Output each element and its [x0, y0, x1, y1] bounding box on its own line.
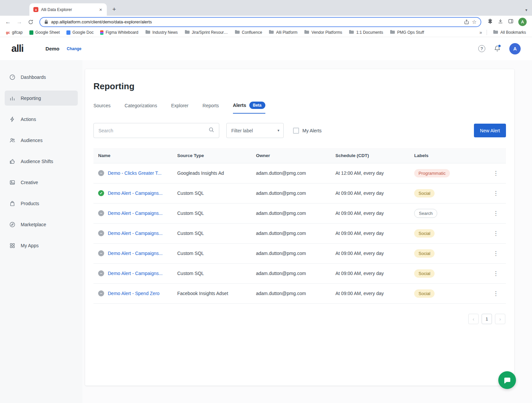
- new-alert-button[interactable]: New Alert: [474, 124, 506, 137]
- row-menu-icon[interactable]: ⋮: [491, 209, 501, 218]
- alert-owner: adam.dutton@pmg.com: [251, 203, 331, 223]
- alert-status-icon: −: [98, 230, 104, 236]
- sidebar-item-marketplace[interactable]: Marketplace: [5, 217, 78, 232]
- tab-explorer[interactable]: Explorer: [171, 103, 189, 112]
- side-panel-icon[interactable]: [508, 18, 514, 25]
- alli-logo[interactable]: alli: [11, 43, 23, 54]
- row-menu-icon[interactable]: ⋮: [491, 289, 501, 298]
- next-page-button[interactable]: ›: [495, 314, 505, 324]
- alert-source-type: Facebook Insights Adset: [173, 283, 251, 303]
- url-text[interactable]: app.alliplatform.com/client/demo/data-ex…: [51, 19, 461, 24]
- table-row[interactable]: −Demo Alert - Campaigns... Custom SQL ad…: [93, 223, 506, 243]
- bookmark-item[interactable]: Industry News: [143, 28, 181, 36]
- notification-dot: [498, 44, 501, 47]
- bookmark-item[interactable]: Confluence: [232, 28, 265, 36]
- change-client-link[interactable]: Change: [67, 46, 81, 51]
- search-icon: [209, 127, 214, 134]
- user-avatar[interactable]: A: [509, 43, 521, 54]
- help-icon[interactable]: ?: [478, 45, 485, 52]
- alert-schedule: At 12:00 AM, every day: [331, 163, 410, 183]
- bookmark-item[interactable]: 1:1 Documents: [346, 28, 386, 36]
- forward-button[interactable]: →: [15, 17, 24, 27]
- bookmark-label: 1:1 Documents: [356, 30, 383, 35]
- chat-fab-button[interactable]: [498, 371, 516, 389]
- prev-page-button[interactable]: ‹: [468, 314, 479, 324]
- row-menu-icon[interactable]: ⋮: [491, 249, 501, 258]
- filter-label-dropdown[interactable]: Filter label ▾: [226, 123, 284, 138]
- sidebar-item-creative[interactable]: Creative: [5, 175, 78, 190]
- tab-reports[interactable]: Reports: [203, 103, 219, 112]
- alert-name-link[interactable]: Demo Alert - Spend Zero: [108, 291, 160, 296]
- my-alerts-checkbox[interactable]: [293, 128, 299, 134]
- bookmark-star-icon[interactable]: ☆: [472, 19, 477, 25]
- reload-button[interactable]: [26, 17, 35, 27]
- row-menu-icon[interactable]: ⋮: [491, 229, 501, 238]
- alert-name-link[interactable]: Demo Alert - Campaigns...: [108, 251, 163, 256]
- bookmark-item[interactable]: Vendor Platforms: [301, 28, 345, 36]
- row-menu-icon[interactable]: ⋮: [491, 269, 501, 278]
- alert-name-link[interactable]: Demo Alert - Campaigns...: [108, 231, 163, 236]
- alert-name-link[interactable]: Demo Alert - Campaigns...: [108, 271, 163, 276]
- table-row[interactable]: −Demo Alert - Campaigns... Custom SQL ad…: [93, 243, 506, 263]
- sidebar-item-label: Audience Shifts: [21, 159, 53, 164]
- tab-label: Explorer: [171, 103, 189, 108]
- column-header: Name: [93, 148, 173, 163]
- bookmark-item[interactable]: Google Doc: [64, 29, 96, 36]
- sidebar: DashboardsReportingActionsAudiencesAudie…: [0, 60, 82, 403]
- alert-name-link[interactable]: Demo Alert - Campaigns...: [108, 190, 163, 196]
- bookmark-item[interactable]: Google Sheet: [27, 29, 62, 36]
- bookmark-item[interactable]: PMG Ops Stuff: [387, 28, 427, 36]
- address-bar[interactable]: app.alliplatform.com/client/demo/data-ex…: [39, 17, 481, 27]
- bookmark-item[interactable]: Alli Platform: [266, 28, 300, 36]
- column-header: Schedule (CDT): [331, 148, 410, 163]
- table-row[interactable]: ✓Demo Alert - Campaigns... Custom SQL ad…: [93, 183, 506, 203]
- bookmark-item[interactable]: Jira/Sprint Resour…: [182, 28, 231, 36]
- notifications-button[interactable]: [494, 45, 501, 52]
- dashboard-icon: [9, 74, 15, 80]
- alert-source-type: Custom SQL: [173, 223, 251, 243]
- tab-close-icon[interactable]: ×: [98, 6, 103, 13]
- downloads-icon[interactable]: [498, 18, 503, 25]
- browser-tab[interactable]: a Alli Data Explorer ×: [29, 3, 107, 16]
- bookmarks-overflow-icon[interactable]: »: [478, 30, 484, 35]
- bookmark-item[interactable]: gcgifcap: [3, 29, 25, 36]
- people-icon: [9, 137, 15, 143]
- alert-name-link[interactable]: Demo Alert - Campaigns...: [108, 211, 163, 216]
- back-button[interactable]: ←: [3, 17, 13, 27]
- extensions-puzzle-icon[interactable]: [487, 18, 493, 25]
- sidebar-item-products[interactable]: Products: [5, 196, 78, 211]
- table-row[interactable]: −Demo Alert - Campaigns... Custom SQL ad…: [93, 263, 506, 283]
- table-row[interactable]: −Demo - Clicks Greater T... Googleads In…: [93, 163, 506, 183]
- alert-name-link[interactable]: Demo - Clicks Greater T...: [108, 170, 162, 176]
- tab-search-chevron-icon[interactable]: ▾: [525, 8, 527, 12]
- share-icon[interactable]: [464, 19, 469, 25]
- sidebar-item-audience-shifts[interactable]: Audience Shifts: [5, 154, 78, 169]
- bookmark-item[interactable]: Figma Whiteboard: [97, 29, 141, 36]
- alert-source-type: Googleads Insights Ad: [173, 163, 251, 183]
- tab-sources[interactable]: Sources: [93, 103, 110, 112]
- row-menu-icon[interactable]: ⋮: [491, 189, 501, 198]
- sidebar-item-audiences[interactable]: Audiences: [5, 133, 78, 148]
- sidebar-item-my-apps[interactable]: My Apps: [5, 238, 78, 253]
- folder-icon: [145, 29, 151, 35]
- table-row[interactable]: −Demo Alert - Campaigns... Custom SQL ad…: [93, 203, 506, 223]
- bookmark-label: Google Doc: [72, 30, 93, 35]
- all-bookmarks-button[interactable]: All Bookmarks: [490, 28, 529, 36]
- new-tab-button[interactable]: +: [109, 5, 119, 14]
- folder-icon: [349, 29, 354, 35]
- sidebar-item-reporting[interactable]: Reporting: [5, 91, 78, 106]
- alert-schedule: At 09:00 AM, every day: [331, 263, 410, 283]
- alert-status-icon: ✓: [98, 190, 104, 196]
- tab-alerts[interactable]: AlertsBeta: [233, 102, 265, 114]
- page-number-button[interactable]: 1: [482, 314, 492, 324]
- search-input[interactable]: [98, 128, 206, 133]
- page-title: Reporting: [93, 81, 506, 92]
- sidebar-item-dashboards[interactable]: Dashboards: [5, 70, 78, 85]
- browser-profile-avatar[interactable]: A: [518, 18, 527, 26]
- alert-label-pill: Social: [414, 249, 435, 258]
- row-menu-icon[interactable]: ⋮: [491, 169, 501, 178]
- tab-categorizations[interactable]: Categorizations: [124, 103, 157, 112]
- tab-favicon-icon: a: [33, 7, 38, 12]
- sidebar-item-actions[interactable]: Actions: [5, 112, 78, 127]
- table-row[interactable]: −Demo Alert - Spend Zero Facebook Insigh…: [93, 283, 506, 303]
